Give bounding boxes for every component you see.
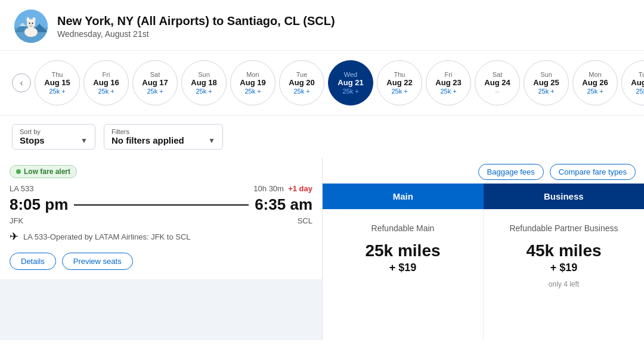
date-price: 25k + bbox=[293, 88, 309, 95]
date-items: Thu Aug 15 25k + Fri Aug 16 25k + Sat Au… bbox=[35, 60, 644, 105]
flight-card: Low fare alert LA 533 10h 30m +1 day 8:0… bbox=[0, 158, 322, 280]
date-price: 25k + bbox=[636, 88, 644, 95]
day-name: Thu bbox=[394, 71, 405, 78]
date-item-aug16[interactable]: Fri Aug 16 25k + bbox=[83, 60, 129, 105]
fare-col: Refundable Partner Business 45k miles + … bbox=[484, 209, 644, 340]
date-carousel: ‹ Thu Aug 15 25k + Fri Aug 16 25k + Sat … bbox=[0, 51, 644, 116]
date-price: 25k + bbox=[196, 88, 212, 95]
filter-label: Filters bbox=[112, 128, 215, 135]
sort-label: Sort by bbox=[20, 128, 88, 135]
month-day: Aug 26 bbox=[582, 78, 608, 88]
day-name: Wed bbox=[344, 71, 357, 78]
date-item-aug23[interactable]: Fri Aug 23 25k + bbox=[426, 60, 471, 105]
avatar bbox=[14, 10, 48, 43]
origin-airport: JFK bbox=[10, 216, 23, 225]
date-price: 25k + bbox=[440, 88, 456, 95]
duration-text: 10h 30m bbox=[253, 184, 284, 193]
chevron-down-icon: ▼ bbox=[208, 136, 215, 145]
flight-actions: Details Preview seats bbox=[0, 249, 322, 279]
month-day: Aug 27 bbox=[631, 78, 644, 88]
chevron-down-icon: ▼ bbox=[80, 136, 88, 145]
month-day: Aug 17 bbox=[142, 78, 168, 88]
fare-miles: 45k miles bbox=[526, 241, 601, 260]
day-name: Sat bbox=[150, 71, 160, 78]
filter-dropdown[interactable]: Filters No filters applied ▼ bbox=[104, 124, 223, 150]
date-price: 25k + bbox=[391, 88, 407, 95]
header: New York, NY (All Airports) to Santiago,… bbox=[0, 0, 644, 51]
svg-point-9 bbox=[27, 17, 30, 22]
month-day: Aug 25 bbox=[533, 78, 559, 88]
dest-airport: SCL bbox=[298, 216, 312, 225]
date-price: 25k + bbox=[342, 88, 358, 95]
day-name: Sun bbox=[540, 71, 552, 78]
sort-dropdown[interactable]: Sort by Stops ▼ bbox=[12, 124, 95, 150]
month-day: Aug 18 bbox=[191, 78, 216, 88]
fare-tab-main[interactable]: Main bbox=[323, 184, 484, 209]
month-day: Aug 20 bbox=[289, 78, 314, 88]
date-item-aug15[interactable]: Thu Aug 15 25k + bbox=[35, 60, 80, 105]
baggage-fees-button[interactable]: Baggage fees bbox=[478, 164, 544, 180]
sort-value-row: Stops ▼ bbox=[20, 135, 88, 145]
day-name: Fri bbox=[103, 71, 110, 78]
flight-duration-info: 10h 30m +1 day bbox=[253, 184, 312, 193]
page-subtitle: Wednesday, August 21st bbox=[57, 29, 335, 39]
date-price: 25k + bbox=[98, 88, 114, 95]
fare-tab-business[interactable]: Business bbox=[484, 184, 645, 209]
arrive-time: 6:35 am bbox=[255, 195, 312, 214]
flight-list: Low fare alert LA 533 10h 30m +1 day 8:0… bbox=[0, 158, 322, 340]
page-title: New York, NY (All Airports) to Santiago,… bbox=[57, 14, 335, 28]
month-day: Aug 16 bbox=[93, 78, 119, 88]
day-name: Mon bbox=[246, 71, 259, 78]
date-item-aug26[interactable]: Mon Aug 26 25k + bbox=[572, 60, 618, 105]
filter-value-row: No filters applied ▼ bbox=[112, 135, 215, 145]
fare-columns: Refundable Main 25k miles + $19 Refundab… bbox=[323, 209, 644, 340]
date-item-aug18[interactable]: Sun Aug 18 25k + bbox=[181, 60, 227, 105]
details-button[interactable]: Details bbox=[10, 253, 56, 270]
fare-tabs: MainBusiness bbox=[323, 184, 644, 209]
sort-value: Stops bbox=[20, 135, 45, 145]
low-fare-dot bbox=[16, 169, 21, 174]
date-item-aug21[interactable]: Wed Aug 21 25k + bbox=[328, 60, 373, 105]
preview-seats-button[interactable]: Preview seats bbox=[62, 253, 133, 270]
compare-fare-types-button[interactable]: Compare fare types bbox=[550, 164, 636, 180]
svg-point-13 bbox=[32, 23, 33, 24]
day-name: Tue bbox=[296, 71, 308, 78]
fare-panel: Baggage fees Compare fare types MainBusi… bbox=[322, 158, 644, 340]
date-item-aug19[interactable]: Mon Aug 19 25k + bbox=[230, 60, 275, 105]
date-item-aug22[interactable]: Thu Aug 22 25k + bbox=[377, 60, 422, 105]
date-item-aug20[interactable]: Tue Aug 20 25k + bbox=[279, 60, 324, 105]
flight-number: LA 533 bbox=[10, 184, 34, 193]
operated-text: LA 533-Operated by LATAM Airlines: JFK t… bbox=[23, 232, 191, 241]
filters-row: Sort by Stops ▼ Filters No filters appli… bbox=[0, 116, 644, 158]
day-name: Mon bbox=[589, 71, 601, 78]
fare-note: only 4 left bbox=[549, 280, 579, 288]
date-item-aug27[interactable]: Tue Aug 27 25k + bbox=[621, 60, 644, 105]
operated-row: ✈ LA 533-Operated by LATAM Airlines: JFK… bbox=[0, 230, 322, 249]
date-price: 25k + bbox=[244, 88, 261, 95]
date-price: 25k + bbox=[49, 88, 65, 95]
month-day: Aug 24 bbox=[484, 78, 510, 88]
month-day: Aug 21 bbox=[338, 78, 363, 88]
date-price: 25k + bbox=[147, 88, 163, 95]
day-name: Thu bbox=[52, 71, 63, 78]
date-item-aug17[interactable]: Sat Aug 17 25k + bbox=[132, 60, 178, 105]
flight-info-row: LA 533 10h 30m +1 day bbox=[0, 182, 322, 193]
flight-line bbox=[74, 204, 249, 206]
depart-time: 8:05 pm bbox=[10, 195, 68, 214]
month-day: Aug 15 bbox=[44, 78, 70, 88]
svg-point-12 bbox=[29, 23, 30, 24]
date-item-aug25[interactable]: Sun Aug 25 25k + bbox=[524, 60, 569, 105]
no-price: -- bbox=[495, 88, 499, 95]
filter-value: No filters applied bbox=[112, 135, 184, 145]
svg-point-14 bbox=[30, 26, 32, 27]
date-price: 25k + bbox=[538, 88, 554, 95]
month-day: Aug 23 bbox=[435, 78, 461, 88]
fare-miles: 25k miles bbox=[365, 241, 440, 260]
fare-type-label: Refundable Partner Business bbox=[509, 223, 618, 233]
plus-day: +1 day bbox=[288, 184, 312, 193]
svg-rect-15 bbox=[29, 27, 33, 32]
carousel-left-arrow[interactable]: ‹ bbox=[12, 73, 31, 92]
fare-cash: + $19 bbox=[550, 262, 578, 274]
date-item-aug24[interactable]: Sat Aug 24 -- bbox=[475, 60, 520, 105]
day-name: Fri bbox=[445, 71, 453, 78]
